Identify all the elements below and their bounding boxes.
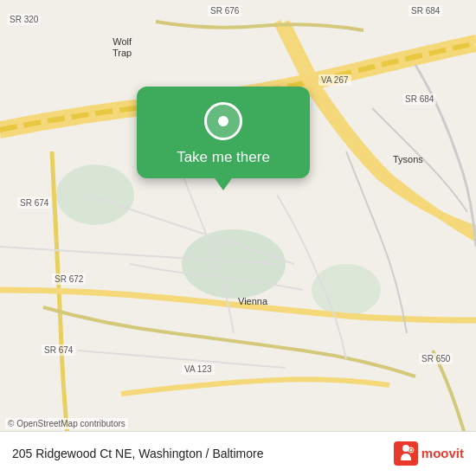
bottom-bar: 205 Ridgewood Ct NE, Washington / Baltim… [0,431,476,476]
location-marker-icon [204,102,242,140]
take-me-there-label: Take me there [177,149,270,166]
svg-point-1 [56,164,134,225]
svg-point-2 [312,264,381,316]
map-container: WolfTrap Tysons Vienna SR 320 SR 676 SR … [0,0,476,476]
moovit-icon [394,441,418,466]
take-me-there-popup[interactable]: Take me there [137,87,310,178]
map-attribution: © OpenStreetMap contributors [5,418,128,429]
map-roads [0,0,476,476]
address-text: 205 Ridgewood Ct NE, Washington / Baltim… [12,447,264,460]
moovit-text: moovit [421,446,464,460]
svg-point-6 [410,448,412,450]
moovit-logo: moovit [394,441,464,466]
